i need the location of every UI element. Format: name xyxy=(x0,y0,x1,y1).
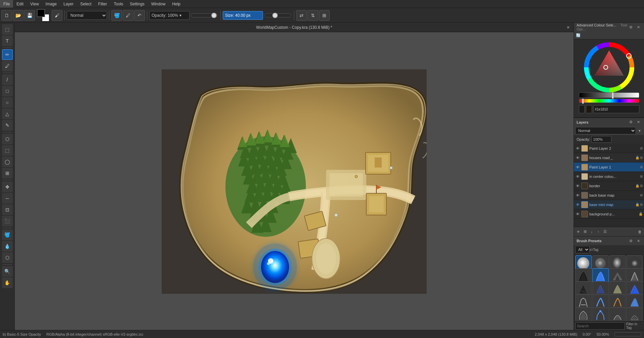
brush-settings-button[interactable]: 🖌 xyxy=(52,10,62,21)
perspective-tool[interactable]: ⬛ xyxy=(2,216,13,226)
layer-item[interactable]: 👁 Paint Layer 2 ⊞ xyxy=(574,144,644,153)
path-tool[interactable]: ✎ xyxy=(2,120,13,131)
delete-layer-button[interactable]: 🗑 xyxy=(637,229,643,235)
color-wheel-area[interactable] xyxy=(574,40,644,117)
flip-v-button[interactable]: ⇅ xyxy=(308,10,318,21)
layer-visibility-toggle[interactable]: 👁 xyxy=(575,193,580,198)
flip-h-button[interactable]: ⇄ xyxy=(296,10,307,21)
previous-color-swatch[interactable] xyxy=(579,105,585,113)
add-layer-button[interactable]: + xyxy=(575,229,581,235)
layer-visibility-toggle[interactable]: 👁 xyxy=(575,155,580,160)
size-slider[interactable] xyxy=(264,13,291,17)
layers-panel-config[interactable]: ⚙ xyxy=(628,119,634,125)
layer-visibility-toggle[interactable]: 👁 xyxy=(575,202,580,207)
smart-patch-tool[interactable]: ⬡ xyxy=(2,252,13,263)
menu-view[interactable]: View xyxy=(27,0,42,8)
menu-filter[interactable]: Filter xyxy=(95,0,111,8)
map-canvas[interactable] xyxy=(162,69,427,294)
brush-item[interactable] xyxy=(592,308,609,321)
calligraphy-tool[interactable]: 🖊 xyxy=(2,61,13,71)
paint-bucket-button[interactable]: 🪣 xyxy=(111,10,122,21)
filter-in-tag-label[interactable]: Filter in Tag xyxy=(626,322,643,330)
zoom-tool[interactable]: 🔍 xyxy=(2,266,13,277)
lightness-slider[interactable] xyxy=(579,92,639,98)
pan-tool[interactable]: ✋ xyxy=(2,277,13,288)
layer-properties-button[interactable]: ☰ xyxy=(602,229,608,235)
color-selector-type-icon[interactable]: 🔄 xyxy=(575,32,581,39)
save-button[interactable]: 💾 xyxy=(24,10,35,21)
menu-edit[interactable]: Edit xyxy=(13,0,27,8)
current-color-swatch[interactable] xyxy=(586,105,592,113)
brush-category-select[interactable]: All xyxy=(575,246,590,253)
close-tab-button[interactable]: ✕ xyxy=(566,25,571,30)
rect-tool[interactable]: □ xyxy=(2,86,13,96)
select-tool[interactable]: ⬚ xyxy=(2,24,13,35)
size-control[interactable]: Size: 40.00 px xyxy=(223,11,263,20)
brush-search-input[interactable] xyxy=(575,322,625,330)
layer-blend-dropdown[interactable]: ▾ xyxy=(637,128,643,134)
color-wheel[interactable] xyxy=(584,42,634,92)
line-tool[interactable]: / xyxy=(2,74,13,85)
color-panel-close[interactable]: ✕ xyxy=(635,24,641,30)
freehand-brush-tool[interactable]: ✏ xyxy=(2,49,13,60)
layer-visibility-toggle[interactable]: 👁 xyxy=(575,165,580,170)
crop-tool[interactable]: ⊡ xyxy=(2,204,13,215)
blend-mode-select[interactable]: Normal xyxy=(67,11,107,20)
menu-layer[interactable]: Layer xyxy=(60,0,77,8)
brush-panel-config[interactable]: ⚙ xyxy=(628,238,634,244)
layer-visibility-toggle[interactable]: 👁 xyxy=(575,174,580,179)
new-button[interactable]: 🗋 xyxy=(1,10,12,21)
layer-visibility-toggle[interactable]: 👁 xyxy=(575,146,580,151)
move-layer-down-button[interactable]: ↓ xyxy=(589,229,595,235)
menu-file[interactable]: File xyxy=(0,0,13,8)
brush-tag-button[interactable]: 🏷 Tag xyxy=(591,247,597,253)
layer-item[interactable]: 👁 border 🔒 ⊞ xyxy=(574,181,644,191)
layers-opacity-input[interactable] xyxy=(591,136,611,143)
layer-item[interactable]: 👁 base mini map 🔒 ⊞ xyxy=(574,200,644,209)
brush-item[interactable] xyxy=(626,308,643,321)
menu-tools[interactable]: Tools xyxy=(110,0,126,8)
polygon-tool[interactable]: △ xyxy=(2,109,13,119)
color-selector[interactable] xyxy=(37,9,50,22)
ellipse-select-tool[interactable]: ◯ xyxy=(2,156,13,167)
open-button[interactable]: 📂 xyxy=(13,10,23,21)
brush-item[interactable] xyxy=(609,308,626,321)
move-layer-up-button[interactable]: ↑ xyxy=(595,229,601,235)
eyedropper-tool[interactable]: 💧 xyxy=(2,241,13,252)
rect-select-tool[interactable]: ⬚ xyxy=(2,145,13,156)
menu-settings[interactable]: Settings xyxy=(126,0,148,8)
foreground-color[interactable] xyxy=(37,9,45,17)
freehand-select-tool[interactable]: ⬡ xyxy=(2,134,13,144)
layer-blend-mode-select[interactable]: Normal xyxy=(575,127,636,134)
hue-slider[interactable] xyxy=(579,99,639,103)
text-tool[interactable]: T xyxy=(2,36,13,46)
eyedropper-toolbar-button[interactable]: 🖊 xyxy=(123,10,133,21)
move-tool[interactable]: ✥ xyxy=(2,182,13,192)
brush-item[interactable] xyxy=(575,308,592,321)
layer-visibility-toggle[interactable]: 👁 xyxy=(575,184,580,188)
transform-tool[interactable]: ↔ xyxy=(2,193,13,204)
menu-help[interactable]: Help xyxy=(169,0,184,8)
layer-item[interactable]: 👁 in center colou... ⊞ xyxy=(574,172,644,181)
color-panel-config[interactable]: ⚙ xyxy=(628,24,634,30)
layer-item[interactable]: 👁 background p... 🔒 xyxy=(574,209,644,219)
brush-panel-close[interactable]: ✕ xyxy=(635,238,641,244)
layer-item[interactable]: 👁 houses road _ 🔒 ⊞ xyxy=(574,153,644,162)
opacity-dropdown[interactable]: ▾ xyxy=(179,13,181,18)
layer-visibility-toggle[interactable]: 👁 xyxy=(575,212,580,216)
transform-button[interactable]: ⊞ xyxy=(319,10,330,21)
opacity-control[interactable]: Opacity: 100% ▾ xyxy=(149,11,190,20)
contiguous-select-tool[interactable]: ⊞ xyxy=(2,168,13,179)
ellipse-tool[interactable]: ○ xyxy=(2,97,13,108)
layer-item[interactable]: 👁 Paint Layer 1 ⊞ xyxy=(574,162,644,172)
menu-select[interactable]: Select xyxy=(77,0,95,8)
layer-item[interactable]: 👁 back base map ⊞ xyxy=(574,191,644,200)
color-hex-input[interactable] xyxy=(593,105,639,113)
undo-button[interactable]: ↶ xyxy=(134,10,145,21)
fill-tool[interactable]: 🪣 xyxy=(2,229,13,240)
zoom-slider[interactable] xyxy=(614,332,641,336)
layers-panel-close[interactable]: ✕ xyxy=(635,119,641,125)
opacity-slider[interactable] xyxy=(191,13,218,17)
menu-image[interactable]: Image xyxy=(42,0,60,8)
duplicate-layer-button[interactable]: ⊞ xyxy=(582,229,588,235)
